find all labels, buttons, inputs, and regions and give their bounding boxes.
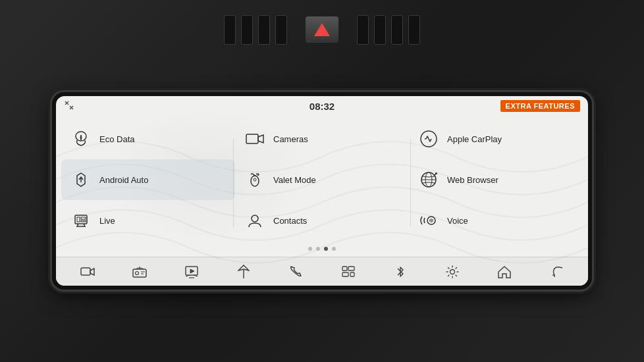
nav-button-phone[interactable] (284, 260, 308, 284)
screen-header: 08:32 EXTRA FEATURES (56, 96, 588, 116)
nav-button-bluetooth[interactable] (389, 260, 412, 284)
contacts-icon (243, 209, 267, 232)
screen-bezel: 08:32 EXTRA FEATURES (52, 92, 592, 290)
svg-rect-24 (81, 268, 90, 275)
apple-carplay-label: Apple CarPlay (447, 134, 502, 144)
page-indicator (56, 244, 588, 257)
nav-button-radio[interactable] (128, 260, 151, 284)
voice-label: Voice (447, 216, 468, 226)
hazard-button[interactable] (306, 16, 338, 43)
vent-slot (408, 15, 420, 45)
menu-item-cameras[interactable]: Cameras (235, 118, 409, 159)
menu-item-eco-data[interactable]: Eco Data (61, 118, 235, 159)
menu-item-contacts[interactable]: Contacts (235, 200, 409, 241)
svg-rect-18 (81, 220, 86, 222)
svg-rect-16 (77, 217, 80, 222)
svg-rect-17 (81, 217, 86, 219)
nav-button-navigation[interactable] (232, 260, 255, 284)
live-label: Live (99, 216, 115, 226)
vent-slot (275, 15, 287, 45)
cameras-icon (243, 127, 267, 151)
page-dot-3[interactable] (324, 247, 328, 251)
svg-rect-5 (246, 134, 258, 143)
menu-grid: Eco Data Cameras (56, 116, 588, 244)
page-dot-4[interactable] (332, 247, 336, 251)
nav-button-settings[interactable] (441, 260, 464, 284)
svg-rect-36 (348, 267, 354, 271)
infotainment-screen: 08:32 EXTRA FEATURES (56, 96, 588, 286)
svg-rect-35 (342, 267, 347, 271)
column-divider-2 (410, 139, 411, 227)
svg-point-22 (252, 215, 258, 222)
menu-item-voice[interactable]: Voice (409, 200, 583, 241)
valet-icon (243, 168, 267, 192)
contacts-label: Contacts (273, 216, 307, 226)
vent-slot (374, 15, 386, 45)
cameras-label: Cameras (273, 134, 308, 144)
vent-slot (241, 15, 253, 45)
eco-data-label: Eco Data (99, 134, 134, 144)
page-dot-2[interactable] (316, 247, 320, 251)
svg-rect-38 (350, 272, 354, 276)
column-divider-1 (233, 139, 234, 227)
page-dot-1[interactable] (308, 247, 312, 251)
nav-button-home[interactable] (493, 260, 516, 284)
web-browser-label: Web Browser (447, 175, 498, 185)
car-surround: 08:32 EXTRA FEATURES (0, 0, 644, 362)
svg-point-7 (425, 138, 426, 140)
nav-button-back[interactable] (545, 260, 568, 284)
extra-features-badge[interactable]: EXTRA FEATURES (500, 100, 580, 112)
valet-mode-label: Valet Mode (273, 175, 316, 185)
carplay-icon (417, 127, 441, 151)
vent-slot (357, 15, 369, 45)
svg-point-26 (135, 271, 138, 274)
menu-item-web-browser[interactable]: Web Browser (409, 159, 583, 200)
bottom-nav-bar (56, 257, 588, 286)
menu-item-android-auto[interactable]: Android Auto (61, 159, 235, 200)
menu-item-apple-carplay[interactable]: Apple CarPlay (409, 118, 583, 159)
vent-slot (391, 15, 403, 45)
svg-point-39 (450, 269, 454, 274)
top-vent-area (0, 0, 644, 59)
screen-time: 08:32 (309, 101, 335, 112)
nav-button-apps[interactable] (336, 260, 360, 284)
minimize-icon[interactable] (64, 100, 74, 113)
nav-button-camera[interactable] (76, 260, 99, 284)
vent-slot (258, 15, 270, 45)
live-icon (69, 209, 93, 232)
menu-item-valet-mode[interactable]: Valet Mode (235, 159, 409, 200)
vent-slot (224, 15, 236, 45)
eco-icon (69, 127, 93, 151)
menu-item-live[interactable]: Live (61, 200, 235, 241)
nav-button-media[interactable] (180, 260, 203, 284)
svg-point-11 (254, 178, 256, 181)
web-browser-icon (417, 168, 441, 192)
voice-icon (417, 209, 441, 232)
android-auto-icon (69, 168, 93, 192)
android-auto-label: Android Auto (99, 175, 148, 185)
hazard-triangle-icon (314, 23, 330, 36)
svg-rect-37 (342, 272, 348, 276)
